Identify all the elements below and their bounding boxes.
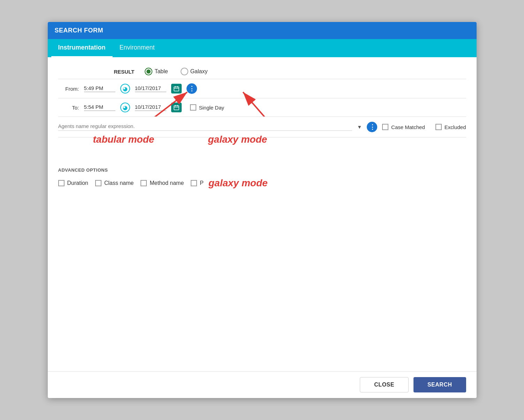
case-matched-checkbox[interactable] (382, 124, 388, 130)
radio-galaxy-circle[interactable] (181, 68, 188, 75)
advanced-options-section: ADVANCED OPTIONS Duration Class name Met… (58, 162, 466, 192)
classname-label: Class name (104, 180, 134, 186)
galaxy-mode-annotation: galaxy mode (208, 134, 267, 145)
case-matched-group: Case Matched (382, 124, 425, 130)
galaxy-mode-label-inline: galaxy mode (208, 178, 268, 189)
agent-input[interactable] (58, 123, 352, 131)
dialog-body: RESULT Table Galaxy From: 5:49 PM ◕ 10/1… (48, 57, 477, 371)
radio-table-label: Table (154, 68, 168, 75)
methodname-label: Method name (150, 180, 184, 186)
excluded-checkbox[interactable] (435, 124, 442, 130)
agent-more-button[interactable]: ⋮ (367, 122, 377, 132)
dialog-footer: CLOSE SEARCH (48, 371, 477, 398)
methodname-option: Method name (141, 180, 184, 186)
p-option: P galaxy mode (191, 178, 267, 189)
tab-instrumentation[interactable]: Instrumentation (51, 39, 113, 57)
excluded-label: Excluded (445, 124, 466, 130)
classname-checkbox[interactable] (95, 180, 101, 186)
tabular-mode-annotation: tabular mode (93, 134, 154, 145)
methodname-checkbox[interactable] (141, 180, 147, 186)
search-button[interactable]: SEARCH (413, 377, 466, 392)
tab-bar: Instrumentation Environment (48, 39, 477, 57)
radio-galaxy-label: Galaxy (190, 68, 208, 75)
arrow-svg-galaxy (93, 75, 372, 117)
dialog-title: SEARCH FORM (48, 22, 477, 39)
options-row: Duration Class name Method name P galaxy… (58, 178, 466, 189)
radio-table[interactable]: Table (145, 68, 168, 75)
duration-option: Duration (58, 180, 88, 186)
radio-table-circle[interactable] (145, 68, 152, 75)
to-label: To: (58, 105, 79, 111)
duration-label: Duration (67, 180, 88, 186)
p-checkbox[interactable] (191, 180, 197, 186)
advanced-options-title: ADVANCED OPTIONS (58, 167, 466, 173)
tab-environment[interactable]: Environment (113, 39, 162, 57)
svg-line-11 (243, 92, 278, 117)
from-label: From: (58, 86, 79, 92)
duration-checkbox[interactable] (58, 180, 64, 186)
dropdown-arrow-icon[interactable]: ▼ (357, 124, 362, 130)
radio-galaxy[interactable]: Galaxy (181, 68, 208, 75)
result-label: RESULT (114, 69, 135, 75)
excluded-group: Excluded (435, 124, 466, 130)
search-dialog: SEARCH FORM Instrumentation Environment … (48, 22, 477, 398)
close-button[interactable]: CLOSE (360, 377, 409, 392)
p-label: P (200, 180, 204, 186)
case-matched-label: Case Matched (391, 124, 425, 130)
classname-option: Class name (95, 180, 134, 186)
annotations-overlay: tabular mode galaxy mode (58, 134, 466, 162)
